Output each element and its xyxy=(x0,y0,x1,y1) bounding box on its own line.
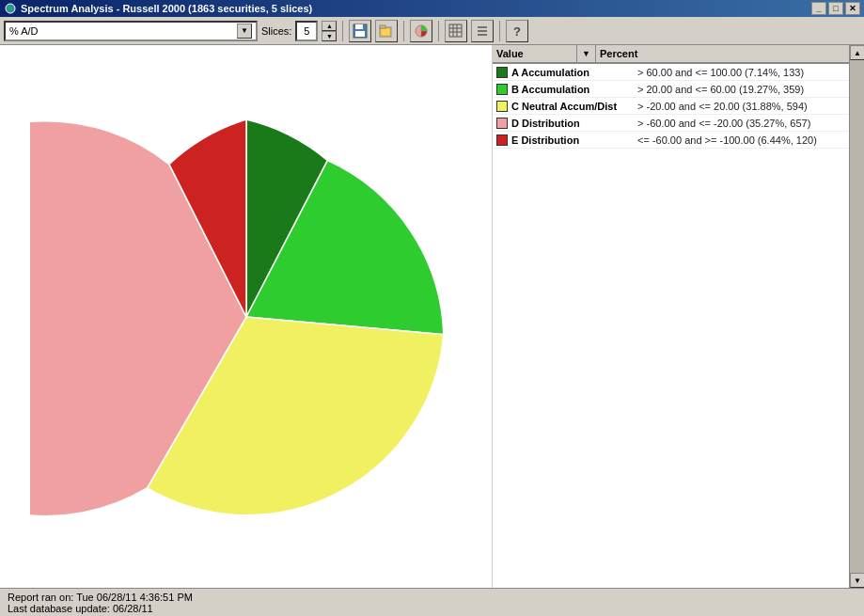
scroll-up-button[interactable]: ▲ xyxy=(850,45,864,60)
toolbar-separator-4 xyxy=(499,21,500,41)
toolbar-separator-3 xyxy=(438,21,439,41)
app-icon xyxy=(4,2,17,15)
svg-text:?: ? xyxy=(513,24,521,39)
slices-stepper: ▲ ▼ xyxy=(322,21,337,41)
toolbar-separator-2 xyxy=(403,21,404,41)
pie-chart xyxy=(30,101,463,533)
svg-rect-8 xyxy=(449,24,462,37)
help-button[interactable]: ? xyxy=(506,20,528,42)
save-button[interactable] xyxy=(349,20,371,42)
svg-rect-3 xyxy=(355,31,365,37)
sort-icon[interactable]: ▼ xyxy=(577,45,596,62)
pie-chart-button[interactable] xyxy=(410,20,432,42)
legend-row[interactable]: E Distribution<= -60.00 and >= -100.00 (… xyxy=(493,132,849,149)
svg-rect-5 xyxy=(380,25,385,28)
scrollbar: ▲ ▼ xyxy=(849,45,864,588)
legend-color-box xyxy=(496,84,508,95)
minimize-button[interactable]: _ xyxy=(811,2,826,15)
last-update-text: Last database update: 06/28/11 xyxy=(8,603,856,614)
status-bar: Report ran on: Tue 06/28/11 4:36:51 PM L… xyxy=(0,588,864,616)
legend-row[interactable]: B Accumulation> 20.00 and <= 60.00 (19.2… xyxy=(493,81,849,98)
slices-decrement[interactable]: ▼ xyxy=(322,31,337,41)
toolbar: % A/D ▼ Slices: 5 ▲ ▼ xyxy=(0,17,864,45)
scroll-down-button[interactable]: ▼ xyxy=(850,573,864,588)
legend-color-box xyxy=(496,101,508,112)
maximize-button[interactable]: □ xyxy=(828,2,843,15)
legend-row-label: E Distribution xyxy=(511,134,634,146)
legend-rows: A Accumulation> 60.00 and <= 100.00 (7.1… xyxy=(493,64,849,149)
legend-row-label: D Distribution xyxy=(511,118,634,129)
window-title: Spectrum Analysis - Russell 2000 (1863 s… xyxy=(21,3,312,14)
legend-color-box xyxy=(496,118,508,129)
legend-col-percent-header: Percent xyxy=(596,45,849,62)
legend-color-box xyxy=(496,67,508,78)
report-ran-text: Report ran on: Tue 06/28/11 4:36:51 PM xyxy=(8,592,856,603)
legend-panel: Value ▼ Percent A Accumulation> 60.00 an… xyxy=(492,45,849,588)
legend-row-value: <= -60.00 and >= -100.00 (6.44%, 120) xyxy=(637,134,817,146)
slices-label: Slices: xyxy=(261,25,291,37)
dropdown-value: % A/D xyxy=(9,25,39,37)
scroll-track[interactable] xyxy=(850,60,864,573)
legend-row-label: A Accumulation xyxy=(511,67,634,78)
legend-header: Value ▼ Percent xyxy=(493,45,849,64)
legend-color-box xyxy=(496,134,508,146)
legend-row-value: > -20.00 and <= 20.00 (31.88%, 594) xyxy=(637,101,808,112)
toolbar-separator-1 xyxy=(342,21,343,41)
legend-row-value: > -60.00 and <= -20.00 (35.27%, 657) xyxy=(637,118,810,129)
legend-row-label: B Accumulation xyxy=(511,84,634,95)
slices-increment[interactable]: ▲ xyxy=(322,21,337,31)
list-button[interactable] xyxy=(471,20,494,42)
window-controls: _ □ ✕ xyxy=(811,2,860,15)
legend-row-value: > 60.00 and <= 100.00 (7.14%, 133) xyxy=(637,67,804,78)
legend-row[interactable]: C Neutral Accum/Dist> -20.00 and <= 20.0… xyxy=(493,98,849,115)
svg-rect-6 xyxy=(382,29,389,35)
slices-input[interactable]: 5 xyxy=(295,21,318,41)
dropdown-arrow-icon[interactable]: ▼ xyxy=(237,24,252,39)
legend-row[interactable]: D Distribution> -60.00 and <= -20.00 (35… xyxy=(493,115,849,132)
main-content: Value ▼ Percent A Accumulation> 60.00 an… xyxy=(0,45,864,588)
legend-row-label: C Neutral Accum/Dist xyxy=(511,101,634,112)
chart-area xyxy=(0,45,492,588)
open-button[interactable] xyxy=(375,20,398,42)
close-button[interactable]: ✕ xyxy=(845,2,860,15)
legend-row-value: > 20.00 and <= 60.00 (19.27%, 359) xyxy=(637,84,804,95)
grid-button[interactable] xyxy=(445,20,467,42)
legend-col-value-header: Value xyxy=(493,45,577,62)
title-bar: Spectrum Analysis - Russell 2000 (1863 s… xyxy=(0,0,864,17)
svg-rect-2 xyxy=(355,24,363,29)
indicator-dropdown[interactable]: % A/D ▼ xyxy=(4,21,258,41)
legend-row[interactable]: A Accumulation> 60.00 and <= 100.00 (7.1… xyxy=(493,64,849,81)
